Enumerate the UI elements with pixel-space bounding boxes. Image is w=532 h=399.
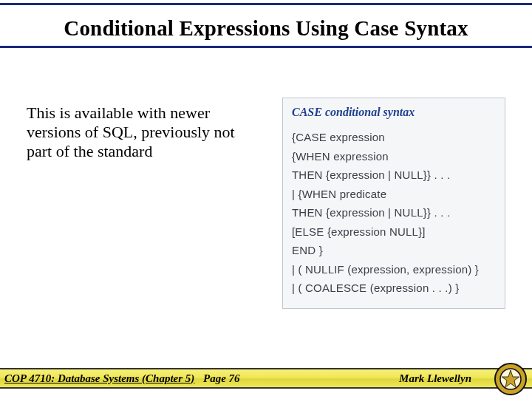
title-underline — [0, 46, 532, 48]
top-rule — [0, 3, 532, 5]
ucf-seal-icon — [494, 362, 528, 396]
syntax-box: CASE conditional syntax {CASE expression… — [282, 98, 505, 309]
footer-course: COP 4710: Database Systems (Chapter 5) — [4, 372, 194, 385]
footer-bar: COP 4710: Database Systems (Chapter 5) P… — [0, 368, 532, 389]
slide-title: Conditional Expressions Using Case Synta… — [0, 16, 532, 41]
syntax-line: [ELSE {expression NULL}] — [292, 222, 496, 242]
syntax-line: THEN {expression | NULL}} . . . — [292, 203, 496, 222]
syntax-line: | ( NULLIF (expression, expression) } — [292, 260, 496, 279]
body-paragraph: This is available with newer versions of… — [27, 103, 241, 161]
syntax-line: THEN {expression | NULL}} . . . — [292, 166, 496, 185]
syntax-line: {WHEN expression — [292, 147, 496, 166]
footer-author: Mark Llewellyn — [399, 372, 471, 385]
syntax-line: {CASE expression — [292, 128, 496, 147]
slide: Conditional Expressions Using Case Synta… — [0, 0, 532, 399]
syntax-box-title: CASE conditional syntax — [292, 106, 496, 119]
syntax-line: | ( COALESCE (expression . . .) } — [292, 279, 496, 298]
syntax-line: END } — [292, 241, 496, 260]
syntax-line: | {WHEN predicate — [292, 185, 496, 204]
body-text: This is available with newer versions of… — [27, 103, 241, 161]
footer-page: Page 76 — [203, 372, 240, 385]
